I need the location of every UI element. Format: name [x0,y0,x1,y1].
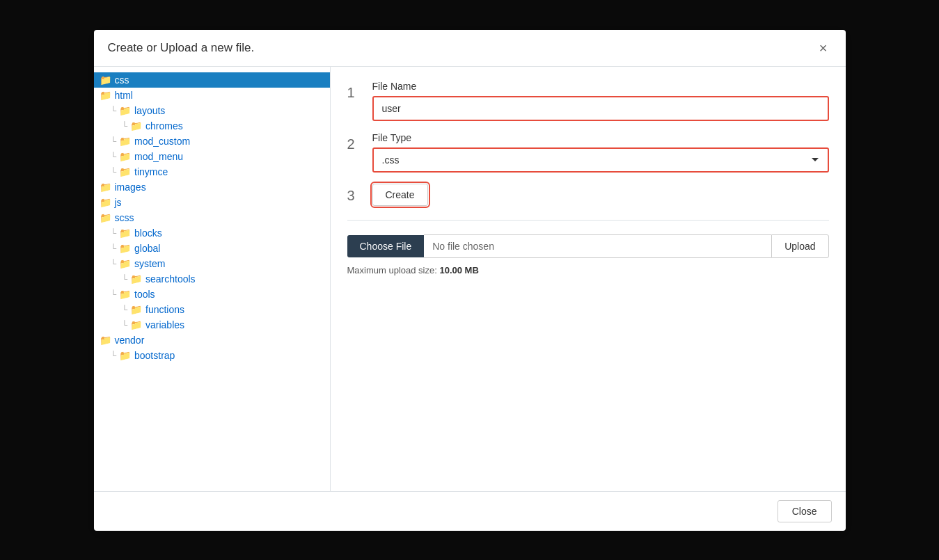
folder-icon-mod-menu: 📁 [119,151,131,162]
choose-file-button[interactable]: Choose File [347,235,425,257]
folder-icon-scss: 📁 [100,212,111,223]
step-2-number: 2 [347,132,364,152]
tree-item-vendor[interactable]: 📁 vendor [94,333,330,348]
tree-item-tools[interactable]: └ 📁 tools [94,287,330,302]
tree-item-tinymce[interactable]: └ 📁 tinymce [94,164,330,179]
connector: └ [111,167,117,177]
file-name-input[interactable] [372,96,829,121]
file-type-select[interactable]: .css .html .js .scss .php [372,147,829,173]
modal-header: Create or Upload a new file. × [94,30,846,67]
connector: └ [111,351,117,360]
upload-row: Choose File No file chosen Upload [347,234,829,258]
folder-icon-images: 📁 [100,182,111,193]
folder-icon-chromes: 📁 [130,120,142,131]
folder-icon-variables: 📁 [130,319,142,330]
connector: └ [111,243,117,253]
tree-item-layouts[interactable]: └ 📁 layouts [94,103,330,118]
section-divider [347,220,829,221]
folder-icon-blocks: 📁 [119,227,131,239]
connector: └ [111,259,117,269]
folder-tree-sidebar[interactable]: 📁 css 📁 html └ 📁 layouts └ 📁 [94,67,331,491]
close-icon-button[interactable]: × [815,40,832,56]
folder-icon-searchtools: 📁 [130,273,142,285]
file-name-group: File Name [372,81,829,121]
tree-item-variables[interactable]: └ 📁 variables [94,317,330,333]
tree-item-global[interactable]: └ 📁 global [94,241,330,256]
folder-icon-js: 📁 [100,197,111,208]
tree-item-images[interactable]: 📁 images [94,179,330,195]
connector: └ [122,121,128,131]
upload-section: Choose File No file chosen Upload Maximu… [347,234,829,275]
modal-footer: Close [94,491,846,531]
folder-icon-system: 📁 [119,258,131,269]
tree-item-bootstrap[interactable]: └ 📁 bootstrap [94,348,330,363]
folder-icon-layouts: 📁 [119,105,131,116]
folder-icon-global: 📁 [119,243,131,254]
folder-icon-vendor: 📁 [100,335,111,346]
connector: └ [122,320,128,330]
modal-overlay: Create or Upload a new file. × 📁 css 📁 h… [0,0,939,560]
connector: └ [111,228,117,238]
content-area: 1 File Name 2 File Type .css .html .j [331,67,846,491]
step-1-number: 1 [347,81,364,101]
tree-item-mod-custom[interactable]: └ 📁 mod_custom [94,134,330,149]
tree-item-chromes[interactable]: └ 📁 chromes [94,118,330,134]
folder-icon-tools: 📁 [119,289,131,300]
folder-icon-bootstrap: 📁 [119,350,131,361]
tree-item-searchtools[interactable]: └ 📁 searchtools [94,271,330,287]
modal-title: Create or Upload a new file. [108,41,255,55]
tree-item-blocks[interactable]: └ 📁 blocks [94,225,330,241]
tree-item-mod-menu[interactable]: └ 📁 mod_menu [94,149,330,164]
file-name-row: 1 File Name [347,81,829,121]
folder-icon-functions: 📁 [130,304,142,315]
create-group: Create [372,184,829,206]
connector: └ [111,136,117,146]
folder-icon-css: 📁 [100,74,111,86]
file-name-display: No file chosen [424,234,771,258]
tree-item-html[interactable]: 📁 html [94,88,330,103]
file-name-label: File Name [372,81,829,92]
connector: └ [111,289,117,299]
upload-button[interactable]: Upload [771,234,828,258]
tree-item-js[interactable]: 📁 js [94,195,330,210]
tree-item-css[interactable]: 📁 css [94,72,330,88]
modal-dialog: Create or Upload a new file. × 📁 css 📁 h… [94,30,846,531]
file-type-group: File Type .css .html .js .scss .php [372,132,829,173]
tree-item-system[interactable]: └ 📁 system [94,256,330,271]
folder-icon-tinymce: 📁 [119,166,131,177]
create-row: 3 Create [347,184,829,206]
tree-item-scss[interactable]: 📁 scss [94,210,330,225]
connector: └ [111,152,117,161]
close-footer-button[interactable]: Close [778,500,832,522]
connector: └ [111,106,117,115]
tree-item-functions[interactable]: └ 📁 functions [94,302,330,317]
file-type-label: File Type [372,132,829,143]
modal-body: 📁 css 📁 html └ 📁 layouts └ 📁 [94,67,846,491]
connector: └ [122,305,128,314]
folder-icon-mod-custom: 📁 [119,136,131,147]
connector: └ [122,274,128,284]
file-type-row: 2 File Type .css .html .js .scss .php [347,132,829,173]
create-button[interactable]: Create [372,184,428,206]
max-size-value: 10.00 MB [439,265,478,275]
step-3-number: 3 [347,184,364,204]
upload-info: Maximum upload size: 10.00 MB [347,265,829,275]
folder-icon-html: 📁 [100,90,111,101]
